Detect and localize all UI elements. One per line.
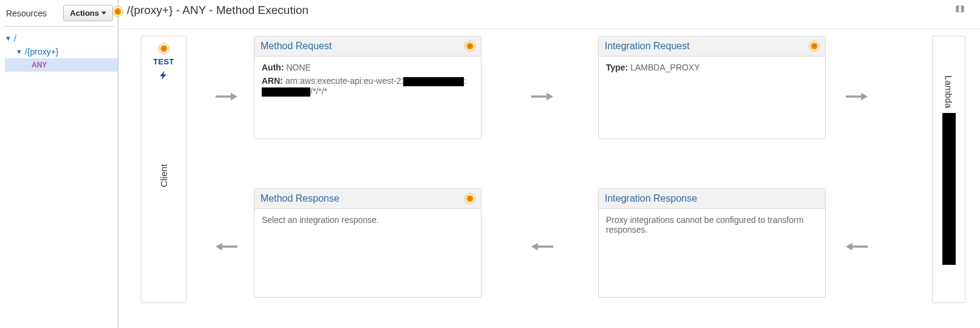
arn-prefix: arn:aws:execute-api:eu-west-2:	[285, 76, 404, 86]
orange-indicator-icon	[465, 194, 475, 203]
tree-item-method-any[interactable]: ANY	[5, 58, 118, 72]
panel-body: Proxy integrations cannot be configured …	[599, 209, 825, 241]
tree-item-proxy[interactable]: ▼ /{proxy+}	[5, 45, 118, 58]
sidebar: Resources Actions ▼ / ▼ /{proxy+} ANY	[0, 0, 118, 328]
auth-label: Auth:	[262, 63, 284, 72]
panel-header: Integration Request	[599, 36, 825, 56]
arrow-left-icon	[846, 241, 868, 254]
arn-label: ARN:	[262, 76, 283, 86]
panel-header: Method Request	[254, 36, 481, 56]
arn-suffix: /*/*/*	[310, 86, 327, 96]
panel-title: Integration Response	[605, 193, 697, 204]
sidebar-title: Resources	[6, 9, 47, 18]
lambda-label: Lambda	[944, 75, 954, 108]
orange-indicator-icon	[465, 41, 475, 51]
main-panel: /{proxy+} - ANY - Method Execution TEST …	[118, 0, 980, 328]
caret-down-icon: ▼	[16, 48, 22, 55]
panel-title: Integration Request	[605, 41, 690, 52]
arrow-right-icon	[846, 91, 868, 104]
page-title: /{proxy+} - ANY - Method Execution	[127, 4, 308, 17]
lambda-node: Lambda	[932, 36, 965, 303]
method-response-text: Select an integration response.	[262, 215, 379, 225]
panel-header: Integration Response	[599, 189, 825, 209]
resource-tree: ▼ / ▼ /{proxy+} ANY	[0, 30, 118, 72]
lightning-icon[interactable]	[158, 67, 169, 85]
lambda-name-redacted	[942, 113, 956, 265]
redacted	[262, 87, 310, 97]
docs-icon[interactable]	[953, 4, 967, 18]
arrow-left-icon	[531, 241, 553, 254]
panel-title: Method Request	[260, 41, 332, 52]
panel-body: Select an integration response.	[254, 209, 481, 231]
caret-down-icon: ▼	[5, 35, 12, 42]
integration-response-text: Proxy integrations cannot be configured …	[606, 215, 803, 234]
method-response-panel[interactable]: Method Response Select an integration re…	[254, 188, 481, 298]
panel-header: Method Response	[254, 189, 481, 209]
integration-request-panel[interactable]: Integration Request Type: LAMBDA_PROXY	[598, 36, 826, 139]
panel-title: Method Response	[260, 193, 339, 204]
orange-indicator-icon	[159, 44, 169, 53]
test-button[interactable]: TEST	[153, 57, 174, 66]
chevron-down-icon	[101, 12, 106, 15]
tree-label[interactable]: /	[14, 33, 16, 43]
integration-response-panel[interactable]: Integration Response Proxy integrations …	[598, 188, 826, 298]
auth-value: NONE	[286, 63, 310, 72]
tree-label: ANY	[32, 61, 47, 69]
execution-canvas: TEST Client Lambda Method Request	[118, 27, 980, 328]
arrow-left-icon	[216, 241, 237, 254]
panel-body: Type: LAMBDA_PROXY	[599, 56, 825, 82]
type-value: LAMBDA_PROXY	[630, 63, 699, 72]
divider	[4, 26, 114, 27]
breadcrumb-text: /{proxy+} - ANY - Method Execution	[127, 4, 308, 16]
method-request-panel[interactable]: Method Request Auth: NONE ARN: arn:aws:e…	[254, 36, 481, 139]
arrow-right-icon	[216, 91, 237, 104]
actions-label: Actions	[70, 9, 99, 18]
panel-body: Auth: NONE ARN: arn:aws:execute-api:eu-w…	[254, 56, 481, 106]
redacted	[403, 77, 464, 86]
tree-label[interactable]: /{proxy+}	[25, 47, 59, 56]
orange-indicator-icon	[113, 7, 123, 18]
type-label: Type:	[606, 63, 628, 72]
tree-item-root[interactable]: ▼ /	[5, 32, 118, 45]
actions-button[interactable]: Actions	[63, 5, 113, 21]
orange-indicator-icon	[809, 41, 819, 51]
client-label: Client	[158, 164, 169, 187]
arrow-right-icon	[531, 91, 553, 104]
client-node: TEST Client	[141, 36, 186, 303]
